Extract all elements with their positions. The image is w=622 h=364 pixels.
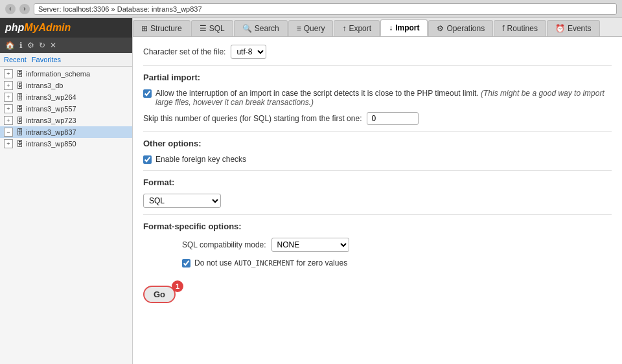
- db-name: intrans3_db: [26, 82, 63, 89]
- tab-query[interactable]: ≡Query: [288, 20, 334, 36]
- db-name: information_schema: [26, 70, 90, 78]
- logo-myadmin: MyAdmin: [24, 22, 71, 33]
- no-auto-increment-checkbox[interactable]: [182, 259, 190, 267]
- expand-icon[interactable]: +: [4, 81, 13, 90]
- sidebar-db-item[interactable]: + 🗄 intrans3_db: [0, 80, 132, 91]
- allow-interrupt-label: Allow the interruption of an import in c…: [156, 89, 612, 107]
- refresh-icon[interactable]: ↻: [38, 40, 47, 51]
- info-icon[interactable]: ℹ: [18, 40, 24, 51]
- charset-row: Character set of the file: utf-8: [143, 45, 612, 59]
- foreign-key-label: Enable foreign key checks: [156, 155, 246, 164]
- divider-2: [143, 131, 612, 132]
- charset-select[interactable]: utf-8: [231, 45, 266, 59]
- db-icon: 🗄: [15, 81, 24, 90]
- db-name: intrans3_wp850: [26, 140, 76, 148]
- tab-bar: ⊞Structure☰SQL🔍Search≡Query↑Export↓Impor…: [133, 18, 622, 37]
- no-auto-increment-row: Do not use AUTO_INCREMENT for zero value…: [143, 258, 612, 267]
- db-name: intrans3_wp837: [26, 128, 76, 136]
- page-content: Character set of the file: utf-8 Partial…: [133, 37, 622, 364]
- favorites-link[interactable]: Favorites: [32, 56, 61, 63]
- settings-icon[interactable]: ⚙: [26, 40, 36, 51]
- skip-queries-input[interactable]: [367, 112, 419, 125]
- partial-import-title: Partial import:: [143, 73, 612, 84]
- export-icon: ↑: [342, 24, 346, 33]
- sql-compat-label: SQL compatibility mode:: [182, 240, 266, 249]
- expand-icon[interactable]: +: [4, 69, 13, 78]
- browser-bar: ‹ › Server: localhost:3306 » Database: i…: [0, 0, 622, 18]
- home-icon[interactable]: 🏠: [4, 40, 16, 51]
- tab-operations[interactable]: ⚙Operations: [428, 20, 493, 36]
- divider-4: [143, 214, 612, 215]
- tab-structure[interactable]: ⊞Structure: [133, 20, 190, 36]
- db-icon: 🗄: [15, 139, 24, 148]
- db-name: intrans3_wp264: [26, 93, 76, 101]
- sidebar-db-item[interactable]: + 🗄 intrans3_wp723: [0, 115, 132, 126]
- format-row: SQL: [143, 194, 612, 208]
- tab-search[interactable]: 🔍Search: [234, 20, 288, 36]
- divider-3: [143, 170, 612, 171]
- structure-icon: ⊞: [141, 24, 148, 33]
- tab-label: Routines: [507, 24, 538, 33]
- allow-interrupt-checkbox[interactable]: [143, 89, 152, 98]
- foreign-key-checkbox[interactable]: [143, 155, 152, 164]
- sidebar-db-item[interactable]: + 🗄 intrans3_wp850: [0, 138, 132, 150]
- content-area: ⊞Structure☰SQL🔍Search≡Query↑Export↓Impor…: [133, 18, 622, 364]
- expand-icon[interactable]: +: [4, 93, 13, 102]
- tab-label: Import: [395, 23, 419, 32]
- go-button[interactable]: Go: [143, 286, 176, 303]
- tab-label: SQL: [209, 24, 225, 33]
- sidebar-db-item[interactable]: + 🗄 intrans3_wp264: [0, 91, 132, 103]
- expand-icon[interactable]: +: [4, 104, 13, 113]
- no-auto-increment-label: Do not use AUTO_INCREMENT for zero value…: [194, 258, 347, 267]
- db-icon: 🗄: [15, 128, 24, 137]
- tab-label: Search: [255, 24, 279, 33]
- allow-interrupt-row: Allow the interruption of an import in c…: [143, 89, 612, 107]
- db-icon: 🗄: [15, 104, 24, 113]
- tab-label: Query: [304, 24, 325, 33]
- sql-compat-select[interactable]: NONE: [271, 238, 349, 252]
- sidebar-db-item[interactable]: + 🗄 information_schema: [0, 68, 132, 80]
- foreign-key-row: Enable foreign key checks: [143, 155, 612, 164]
- go-button-area: Go 1: [143, 286, 176, 303]
- forward-button[interactable]: ›: [19, 4, 30, 14]
- go-badge: 1: [172, 280, 183, 292]
- expand-icon[interactable]: −: [4, 128, 13, 137]
- db-name: intrans3_wp723: [26, 117, 76, 124]
- db-name: intrans3_wp557: [26, 105, 76, 113]
- tab-sql[interactable]: ☰SQL: [191, 20, 233, 36]
- tab-routines[interactable]: fRoutines: [494, 20, 546, 36]
- db-icon: 🗄: [15, 69, 24, 78]
- import-icon: ↓: [389, 23, 393, 32]
- tab-export[interactable]: ↑Export: [334, 20, 380, 36]
- charset-label: Character set of the file:: [143, 47, 225, 56]
- logo-php: php: [5, 22, 24, 33]
- format-title: Format:: [143, 177, 612, 188]
- logo: phpMyAdmin: [5, 22, 71, 34]
- routines-icon: f: [502, 24, 504, 33]
- format-select[interactable]: SQL: [143, 194, 221, 208]
- sql-icon: ☰: [200, 24, 207, 33]
- tab-label: Events: [568, 24, 592, 33]
- skip-queries-row: Skip this number of queries (for SQL) st…: [143, 112, 612, 125]
- sidebar-db-item[interactable]: − 🗄 intrans3_wp837: [0, 126, 132, 138]
- database-list: + 🗄 information_schema + 🗄 intrans3_db +…: [0, 67, 132, 151]
- divider-1: [143, 65, 612, 66]
- back-button[interactable]: ‹: [5, 4, 16, 14]
- expand-icon[interactable]: +: [4, 116, 13, 125]
- address-bar: Server: localhost:3306 » Database: intra…: [34, 3, 617, 15]
- db-icon: 🗄: [15, 116, 24, 125]
- tab-import[interactable]: ↓Import: [380, 19, 428, 36]
- tab-label: Structure: [150, 24, 182, 33]
- db-icon: 🗄: [15, 93, 24, 102]
- recent-link[interactable]: Recent: [4, 56, 27, 63]
- tab-label: Export: [349, 24, 371, 33]
- search-icon: 🔍: [242, 24, 252, 33]
- tab-label: Operations: [446, 24, 485, 33]
- expand-icon[interactable]: +: [4, 139, 13, 148]
- sidebar-nav: Recent Favorites: [0, 53, 132, 67]
- operations-icon: ⚙: [437, 24, 444, 33]
- sidebar-db-item[interactable]: + 🗄 intrans3_wp557: [0, 103, 132, 115]
- tab-events[interactable]: ⏰Events: [547, 20, 600, 36]
- sidebar-icons: 🏠 ℹ ⚙ ↻ ✕: [0, 38, 132, 53]
- exit-icon[interactable]: ✕: [49, 40, 58, 51]
